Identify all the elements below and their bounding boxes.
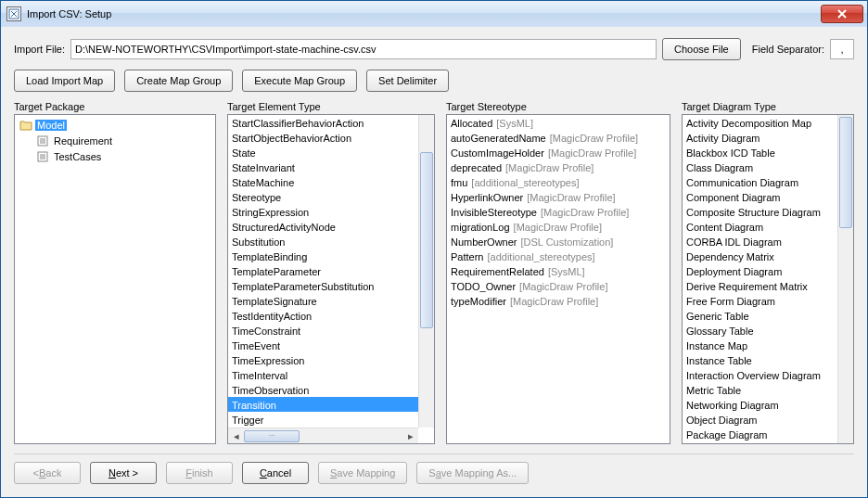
stereotype-item[interactable]: InvisibleStereotype[MagicDraw Profile] [447, 204, 670, 219]
element-type-item[interactable]: Transition [228, 397, 418, 412]
element-type-item[interactable]: StringExpression [228, 204, 418, 219]
element-type-item[interactable]: Trigger [228, 412, 418, 427]
save-mapping-button[interactable]: Save Mapping [318, 462, 407, 484]
diagram-type-item[interactable]: Communication Diagram [683, 174, 837, 189]
diagram-type-item[interactable]: Class Diagram [683, 160, 837, 174]
diagram-type-item[interactable]: Composite Structure Diagram [683, 204, 837, 219]
diagram-type-item[interactable]: Generic Table [683, 308, 837, 323]
element-type-item[interactable]: StructuredActivityNode [228, 219, 418, 234]
element-type-item[interactable]: Stereotype [228, 189, 418, 204]
set-delimiter-button[interactable]: Set Delimiter [366, 70, 449, 92]
tree-icon [35, 150, 50, 163]
stereotype-item[interactable]: Allocated[SysML] [447, 115, 670, 130]
next-button[interactable]: Next > [90, 462, 157, 484]
import-file-input[interactable] [70, 39, 657, 59]
element-type-item[interactable]: TimeConstraint [228, 323, 418, 338]
save-mapping-as-button[interactable]: Save Mapping As... [416, 462, 529, 484]
element-type-item[interactable]: Substitution [228, 234, 418, 249]
diagram-type-item[interactable]: Interaction Overview Diagram [683, 367, 837, 382]
stereotype-profile: [MagicDraw Profile] [550, 133, 638, 144]
element-type-item[interactable]: TemplateBinding [228, 249, 418, 263]
stereotype-item[interactable]: migrationLog[MagicDraw Profile] [447, 219, 670, 234]
stereotype-item[interactable]: NumberOwner[DSL Customization] [447, 234, 670, 249]
load-import-map-button[interactable]: Load Import Map [14, 70, 115, 92]
element-type-item[interactable]: TemplateSignature [228, 293, 418, 308]
diagram-type-item[interactable]: Networking Diagram [683, 397, 837, 412]
stereotype-name: typeModifier [451, 296, 506, 307]
app-icon [6, 6, 21, 21]
import-file-label: Import File: [14, 44, 65, 55]
diagram-type-item[interactable]: Blackbox ICD Table [683, 145, 837, 160]
target-diagram-column: Target Diagram Type Activity Decompositi… [682, 101, 854, 444]
field-separator-input[interactable] [830, 39, 854, 59]
target-package-header: Target Package [14, 101, 216, 112]
element-type-item[interactable]: TimeInterval [228, 367, 418, 382]
element-type-item[interactable]: TimeExpression [228, 352, 418, 367]
diagram-vscroll[interactable] [837, 115, 853, 443]
stereotype-item[interactable]: HyperlinkOwner[MagicDraw Profile] [447, 189, 670, 204]
diagram-type-item[interactable]: Derive Requirement Matrix [683, 278, 837, 293]
element-type-item[interactable]: TemplateParameterSubstitution [228, 278, 418, 293]
element-type-item[interactable]: TimeEvent [228, 338, 418, 352]
choose-file-button[interactable]: Choose File [662, 38, 741, 60]
diagram-type-item[interactable]: CORBA IDL Diagram [683, 234, 837, 249]
diagram-type-item[interactable]: Glossary Table [683, 323, 837, 338]
stereotype-profile: [MagicDraw Profile] [505, 162, 594, 173]
hscroll-right-icon[interactable]: ▸ [402, 428, 418, 444]
element-type-item[interactable]: StartClassifierBehaviorAction [228, 115, 418, 130]
element-type-item[interactable]: StateInvariant [228, 160, 418, 174]
diagram-vscroll-thumb[interactable] [839, 117, 852, 228]
diagram-type-item[interactable]: Free Form Diagram [683, 293, 837, 308]
stereotype-item[interactable]: TODO_Owner[MagicDraw Profile] [447, 278, 670, 293]
close-button[interactable] [821, 5, 863, 23]
stereotype-item[interactable]: CustomImageHolder[MagicDraw Profile] [447, 145, 670, 160]
tree-node[interactable]: Model [17, 117, 213, 133]
stereotype-item[interactable]: fmu[additional_stereotypes] [447, 174, 670, 189]
element-type-item[interactable]: TestIdentityAction [228, 308, 418, 323]
target-element-list[interactable]: StartClassifierBehaviorActionStartObject… [227, 114, 435, 444]
target-stereotype-header: Target Stereotype [446, 101, 670, 112]
diagram-type-item[interactable]: Deployment Diagram [683, 263, 837, 278]
stereotype-name: RequirementRelated [451, 266, 544, 277]
execute-map-group-button[interactable]: Execute Map Group [242, 70, 357, 92]
diagram-type-item[interactable]: Instance Table [683, 352, 837, 367]
element-type-item[interactable]: StateMachine [228, 174, 418, 189]
tree-node[interactable]: Requirement [17, 133, 213, 148]
diagram-type-item[interactable]: Component Diagram [683, 189, 837, 204]
target-package-tree[interactable]: ModelRequirementTestCases [14, 114, 216, 444]
target-diagram-list[interactable]: Activity Decomposition MapActivity Diagr… [682, 114, 854, 444]
hscroll-left-icon[interactable]: ◂ [228, 428, 244, 444]
stereotype-item[interactable]: typeModifier[MagicDraw Profile] [447, 293, 670, 308]
element-vscroll-thumb[interactable] [420, 152, 433, 328]
element-hscroll-thumb[interactable]: ··· [244, 430, 300, 442]
element-hscroll[interactable]: ◂ ··· ▸ [228, 428, 418, 443]
diagram-type-item[interactable]: Activity Diagram [683, 130, 837, 145]
back-button[interactable]: < Back [14, 462, 81, 484]
stereotype-item[interactable]: Pattern[additional_stereotypes] [447, 249, 670, 263]
tree-icon [35, 134, 50, 147]
diagram-type-item[interactable]: Package Diagram [683, 427, 837, 441]
element-type-item[interactable]: TemplateParameter [228, 263, 418, 278]
stereotype-name: Allocated [451, 118, 492, 129]
stereotype-item[interactable]: deprecated[MagicDraw Profile] [447, 160, 670, 174]
stereotype-profile: [MagicDraw Profile] [514, 222, 602, 233]
finish-button[interactable]: Finish [166, 462, 233, 484]
element-type-item[interactable]: State [228, 145, 418, 160]
diagram-type-item[interactable]: Object Diagram [683, 412, 837, 427]
diagram-type-item[interactable]: Metric Table [683, 382, 837, 397]
diagram-type-item[interactable]: Activity Decomposition Map [683, 115, 837, 130]
element-type-item[interactable]: TimeObservation [228, 382, 418, 397]
create-map-group-button[interactable]: Create Map Group [124, 70, 233, 92]
diagram-type-item[interactable]: Instance Map [683, 338, 837, 352]
target-stereotype-list[interactable]: Allocated[SysML]autoGeneratedName[MagicD… [446, 114, 670, 444]
stereotype-item[interactable]: autoGeneratedName[MagicDraw Profile] [447, 130, 670, 145]
tree-node[interactable]: TestCases [17, 148, 213, 164]
diagram-type-item[interactable]: Content Diagram [683, 219, 837, 234]
stereotype-item[interactable]: RequirementRelated[SysML] [447, 263, 670, 278]
diagram-type-item[interactable]: Dependency Matrix [683, 249, 837, 263]
element-vscroll[interactable] [418, 115, 434, 428]
divider [14, 453, 854, 454]
cancel-button[interactable]: Cancel [242, 462, 309, 484]
columns: Target Package ModelRequirementTestCases… [14, 101, 854, 444]
element-type-item[interactable]: StartObjectBehaviorAction [228, 130, 418, 145]
